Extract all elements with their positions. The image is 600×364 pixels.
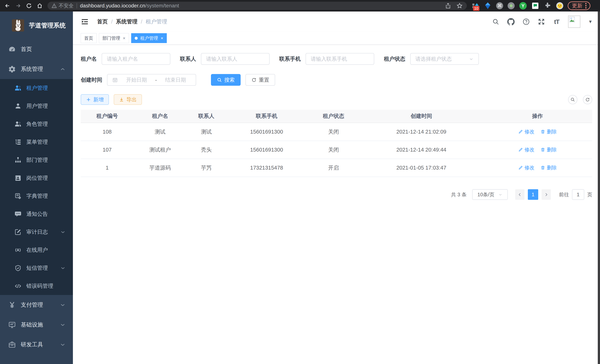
contact-input[interactable] bbox=[206, 56, 264, 62]
created-time-label: 创建时间 bbox=[81, 76, 102, 84]
extension-grey-dot-icon[interactable] bbox=[508, 2, 515, 9]
font-size-icon[interactable]: tT bbox=[553, 18, 560, 25]
extension-y-icon[interactable]: Y bbox=[519, 2, 527, 10]
search-button[interactable]: 搜索 bbox=[211, 74, 241, 86]
tenant-table: 租户编号 租户名 联系人 联系手机 租户状态 创建时间 操作 108 测试 测试 bbox=[81, 110, 592, 177]
col-actions: 操作 bbox=[483, 110, 592, 123]
browser-update-button[interactable]: 更新 bbox=[568, 1, 590, 10]
plus-icon bbox=[86, 97, 91, 102]
chevron-down-icon bbox=[469, 56, 474, 61]
users-icon bbox=[14, 84, 21, 92]
page-size-select[interactable]: 10条/页 bbox=[472, 189, 508, 200]
github-icon[interactable] bbox=[507, 18, 515, 25]
sidebar-item-devtools[interactable]: 研发工具 bbox=[0, 335, 73, 355]
chevron-down-icon bbox=[60, 230, 66, 235]
mobile-input[interactable] bbox=[311, 56, 369, 62]
tenant-name-label: 租户名 bbox=[81, 55, 97, 63]
tab-home[interactable]: 首页 bbox=[81, 33, 97, 43]
extension-puzzle-icon[interactable] bbox=[544, 2, 551, 10]
breadcrumb-home[interactable]: 首页 bbox=[97, 18, 108, 25]
delete-button[interactable]: 删除 bbox=[540, 128, 557, 135]
tab-tenant[interactable]: 租户管理× bbox=[131, 33, 167, 43]
warning-icon bbox=[52, 3, 57, 8]
edit-button[interactable]: 修改 bbox=[518, 128, 534, 135]
sidebar-item-home[interactable]: 首页 bbox=[0, 39, 73, 59]
share-icon[interactable] bbox=[445, 3, 451, 9]
search-icon bbox=[217, 77, 222, 83]
org-chart-icon bbox=[14, 157, 21, 164]
forward-icon[interactable] bbox=[13, 1, 23, 10]
security-status[interactable]: 不安全 bbox=[52, 2, 74, 9]
sidebar-item-role[interactable]: 角色管理 bbox=[0, 115, 73, 133]
col-status: 租户状态 bbox=[307, 110, 360, 123]
show-search-icon-button[interactable] bbox=[568, 95, 577, 104]
sidebar-collapse-icon[interactable] bbox=[81, 18, 89, 26]
date-range-picker[interactable]: 开始日期 - 结束日期 bbox=[107, 74, 196, 86]
delete-button[interactable]: 删除 bbox=[540, 164, 557, 171]
breadcrumb-system[interactable]: 系统管理 bbox=[116, 18, 138, 25]
reload-icon[interactable] bbox=[24, 1, 34, 10]
sidebar-item-notice[interactable]: 通知公告 bbox=[0, 205, 73, 223]
caret-down-icon[interactable]: ▼ bbox=[588, 19, 593, 24]
add-button[interactable]: 新增 bbox=[81, 94, 109, 105]
date-start[interactable]: 开始日期 bbox=[121, 76, 152, 84]
user-icon bbox=[14, 103, 21, 110]
chevron-up-icon bbox=[60, 66, 66, 72]
avatar[interactable] bbox=[568, 16, 580, 28]
extension-command-icon[interactable]: ⌘ bbox=[496, 2, 503, 9]
help-icon[interactable] bbox=[523, 18, 530, 25]
export-button[interactable]: 导出 bbox=[114, 94, 142, 105]
url-bar[interactable]: 不安全 dashboard.yudao.iocoder.cn/system/te… bbox=[47, 2, 467, 10]
chevron-down-icon bbox=[498, 192, 503, 197]
home-icon[interactable] bbox=[35, 1, 45, 10]
sidebar-item-error-code[interactable]: 错误码管理 bbox=[0, 277, 73, 295]
next-page-button[interactable] bbox=[542, 189, 551, 200]
sidebar-item-menu[interactable]: 菜单管理 bbox=[0, 133, 73, 151]
sidebar-item-dict[interactable]: 字典管理 bbox=[0, 187, 73, 205]
status-label: 租户状态 bbox=[384, 55, 405, 63]
prev-page-button[interactable] bbox=[515, 189, 525, 200]
users-icon bbox=[14, 121, 21, 128]
col-mobile: 联系手机 bbox=[226, 110, 307, 123]
extension-chat-icon[interactable] bbox=[531, 2, 539, 10]
extension-tampermonkey-icon[interactable]: 10 bbox=[472, 2, 479, 10]
refresh-table-button[interactable] bbox=[583, 95, 592, 104]
reset-button[interactable]: 重置 bbox=[245, 74, 275, 86]
status-select[interactable]: 请选择租户状态 bbox=[410, 53, 479, 65]
close-icon[interactable]: × bbox=[161, 36, 163, 41]
chevron-down-icon bbox=[60, 322, 66, 328]
sidebar-item-audit-log[interactable]: 审计日志 bbox=[0, 223, 73, 241]
dictionary-icon bbox=[14, 193, 21, 200]
tab-dept[interactable]: 部门管理× bbox=[99, 33, 129, 43]
sidebar-item-infra[interactable]: 基础设施 bbox=[0, 315, 73, 335]
sidebar: 芋道管理系统 首页 系统管理 租户管理 用户管理 角色管理 bbox=[0, 11, 73, 364]
delete-button[interactable]: 删除 bbox=[540, 146, 557, 153]
app-title: 芋道管理系统 bbox=[29, 21, 66, 30]
broken-image-icon bbox=[569, 17, 575, 22]
sidebar-item-online-users[interactable]: 在线用户 bbox=[0, 241, 73, 259]
sidebar-item-system[interactable]: 系统管理 bbox=[0, 59, 73, 79]
sidebar-item-post[interactable]: 岗位管理 bbox=[0, 169, 73, 187]
back-icon[interactable] bbox=[3, 1, 12, 10]
fullscreen-icon[interactable] bbox=[538, 18, 545, 25]
goto-page-input[interactable] bbox=[572, 189, 584, 200]
sidebar-item-pay[interactable]: 支付管理 bbox=[0, 295, 73, 315]
extension-kite-icon[interactable] bbox=[484, 2, 492, 10]
col-created: 创建时间 bbox=[360, 110, 483, 123]
edit-button[interactable]: 修改 bbox=[518, 164, 534, 171]
star-icon[interactable] bbox=[456, 3, 463, 9]
sidebar-item-dept[interactable]: 部门管理 bbox=[0, 151, 73, 169]
sidebar-item-sms[interactable]: 短信管理 bbox=[0, 259, 73, 277]
date-end[interactable]: 结束日期 bbox=[160, 76, 191, 84]
close-icon[interactable]: × bbox=[123, 36, 125, 41]
breadcrumb: 首页 / 系统管理 / 租户管理 bbox=[97, 18, 167, 25]
page-number-1[interactable]: 1 bbox=[528, 189, 538, 200]
sidebar-item-user[interactable]: 用户管理 bbox=[0, 97, 73, 115]
search-icon[interactable] bbox=[492, 18, 499, 25]
table-row: 108 测试 测试 15601691300 关闭 2021-12-14 21:0… bbox=[81, 123, 592, 141]
extension-emoji-icon[interactable] bbox=[556, 2, 564, 10]
edit-button[interactable]: 修改 bbox=[518, 146, 534, 153]
tenant-name-input[interactable] bbox=[107, 56, 165, 62]
sidebar-item-tenant[interactable]: 租户管理 bbox=[0, 79, 73, 97]
app-logo-row: 芋道管理系统 bbox=[0, 11, 73, 39]
